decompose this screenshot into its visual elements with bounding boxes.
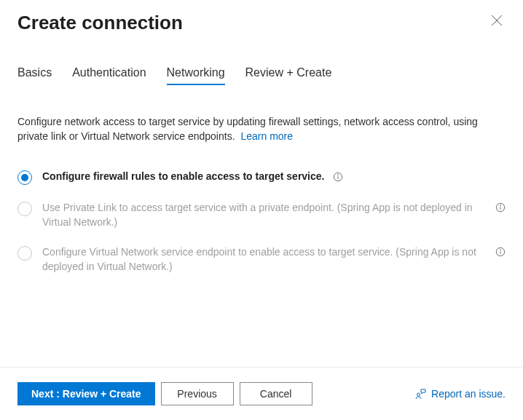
radio-vnet-endpoint <box>17 246 32 261</box>
description-text: Configure network access to target servi… <box>17 115 506 143</box>
info-icon[interactable] <box>333 172 343 182</box>
option-firewall-text: Configure firewall rules to enable acces… <box>42 170 324 182</box>
svg-point-7 <box>500 205 501 206</box>
tab-networking[interactable]: Networking <box>167 66 225 85</box>
previous-button[interactable]: Previous <box>161 382 234 405</box>
svg-point-10 <box>500 250 501 250</box>
info-icon[interactable] <box>495 247 506 257</box>
svg-point-4 <box>338 175 339 175</box>
report-issue-link[interactable]: Report an issue. <box>415 388 506 400</box>
footer-bar: Next : Review + Create Previous Cancel R… <box>0 367 523 420</box>
next-button[interactable]: Next : Review + Create <box>17 382 155 405</box>
tab-authentication[interactable]: Authentication <box>72 66 146 85</box>
radio-firewall[interactable] <box>17 170 32 185</box>
close-icon[interactable] <box>488 12 506 29</box>
tab-basics[interactable]: Basics <box>17 66 52 85</box>
option-firewall-label: Configure firewall rules to enable acces… <box>42 170 506 184</box>
option-vnet-endpoint-label: Configure Virtual Network service endpoi… <box>42 245 506 274</box>
learn-more-link[interactable]: Learn more <box>240 130 293 142</box>
option-firewall[interactable]: Configure firewall rules to enable acces… <box>17 170 506 185</box>
page-title: Create connection <box>17 12 183 34</box>
person-feedback-icon <box>415 388 427 400</box>
option-private-link-label: Use Private Link to access target servic… <box>42 201 506 229</box>
tab-review-create[interactable]: Review + Create <box>245 66 332 85</box>
svg-point-11 <box>417 393 420 396</box>
radio-private-link <box>17 202 32 216</box>
networking-options: Configure firewall rules to enable acces… <box>17 170 506 274</box>
cancel-button[interactable]: Cancel <box>240 382 312 405</box>
info-icon[interactable] <box>495 202 506 213</box>
report-issue-text: Report an issue. <box>431 388 506 400</box>
option-private-link: Use Private Link to access target servic… <box>17 201 506 229</box>
option-vnet-endpoint: Configure Virtual Network service endpoi… <box>17 245 506 274</box>
tab-bar: Basics Authentication Networking Review … <box>17 66 506 86</box>
